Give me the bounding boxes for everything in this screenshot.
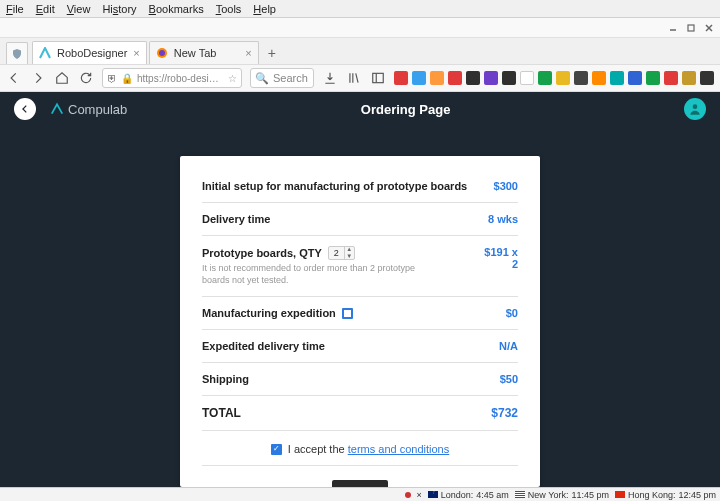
- extension-icon[interactable]: [466, 71, 480, 85]
- extension-icon[interactable]: [430, 71, 444, 85]
- terms-link[interactable]: terms and conditions: [348, 443, 450, 455]
- extension-icon[interactable]: [664, 71, 678, 85]
- extension-icon[interactable]: [412, 71, 426, 85]
- stepper-icon[interactable]: ▲▼: [344, 246, 354, 260]
- app-back-button[interactable]: [14, 98, 36, 120]
- row-total: TOTAL $732: [202, 396, 518, 431]
- tab-title: New Tab: [174, 47, 217, 59]
- shield-icon: ⛨: [107, 73, 117, 84]
- url-bar[interactable]: ⛨ 🔒 https://robo-designer.com/ord ☆: [102, 68, 242, 88]
- row-value: 8 wks: [488, 213, 518, 225]
- terms-text: I accept the terms and conditions: [288, 443, 449, 455]
- arrow-left-icon: [20, 104, 30, 114]
- row-prototype-qty: Prototype boards, QTY 2 ▲▼ It is not rec…: [202, 236, 518, 297]
- window-maximize-icon[interactable]: [684, 21, 698, 35]
- search-icon: 🔍: [255, 72, 269, 85]
- window-minimize-icon[interactable]: [666, 21, 680, 35]
- sidebar-icon[interactable]: [370, 70, 386, 86]
- terms-checkbox[interactable]: [271, 444, 282, 455]
- svg-rect-1: [688, 25, 694, 31]
- search-bar[interactable]: 🔍 Search: [250, 68, 314, 88]
- extension-icon[interactable]: [682, 71, 696, 85]
- extension-icon[interactable]: [592, 71, 606, 85]
- row-delivery: Delivery time 8 wks: [202, 203, 518, 236]
- menu-file[interactable]: File: [6, 3, 24, 15]
- extension-icon[interactable]: [394, 71, 408, 85]
- menu-edit[interactable]: Edit: [36, 3, 55, 15]
- row-label: Shipping: [202, 373, 249, 385]
- firefox-icon: [156, 47, 168, 59]
- nav-reload-icon[interactable]: [78, 70, 94, 86]
- extension-icon[interactable]: [484, 71, 498, 85]
- recording-dot-icon: [405, 492, 411, 498]
- tab-close-icon[interactable]: ×: [245, 47, 251, 59]
- extension-icon[interactable]: [538, 71, 552, 85]
- row-setup: Initial setup for manufacturing of proto…: [202, 170, 518, 203]
- window-titlebar: [0, 18, 720, 38]
- page-title: Ordering Page: [127, 102, 684, 117]
- terms-row: I accept the terms and conditions: [202, 431, 518, 465]
- nav-home-icon[interactable]: [54, 70, 70, 86]
- clock-newyork[interactable]: New York: 11:45 pm: [515, 490, 609, 500]
- row-value: $300: [494, 180, 518, 192]
- row-label: Prototype boards, QTY: [202, 247, 322, 259]
- menu-view[interactable]: View: [67, 3, 91, 15]
- next-button[interactable]: NEXT: [332, 480, 389, 487]
- row-label: Initial setup for manufacturing of proto…: [202, 180, 467, 192]
- extension-icon[interactable]: [700, 71, 714, 85]
- flag-hk-icon: [615, 491, 625, 498]
- library-icon[interactable]: [346, 70, 362, 86]
- row-shipping: Shipping $50: [202, 363, 518, 396]
- clock-hongkong[interactable]: Hong Kong: 12:45 pm: [615, 490, 716, 500]
- url-text: https://robo-designer.com/ord: [137, 73, 224, 84]
- row-value: $191 x 2: [478, 246, 518, 270]
- brand[interactable]: Compulab: [50, 102, 127, 117]
- window-close-icon[interactable]: [702, 21, 716, 35]
- row-expedition: Manufacturing expedition $0: [202, 297, 518, 330]
- app-header: Compulab Ordering Page: [0, 92, 720, 126]
- row-label: TOTAL: [202, 406, 241, 420]
- row-expedited-delivery: Expedited delivery time N/A: [202, 330, 518, 363]
- new-tab-button[interactable]: +: [261, 42, 283, 64]
- user-icon: [688, 102, 702, 116]
- menu-bookmarks[interactable]: Bookmarks: [149, 3, 204, 15]
- search-placeholder: Search: [273, 72, 308, 84]
- extension-icon[interactable]: [520, 71, 534, 85]
- row-label: Expedited delivery time: [202, 340, 325, 352]
- brand-logo-icon: [50, 102, 64, 116]
- tab-title: RoboDesigner: [57, 47, 127, 59]
- extension-icon[interactable]: [574, 71, 588, 85]
- tab-robodesigner[interactable]: RoboDesigner ×: [32, 41, 147, 64]
- extension-icon[interactable]: [628, 71, 642, 85]
- extensions-row: [394, 71, 714, 85]
- row-label: Manufacturing expedition: [202, 307, 336, 319]
- qty-value: 2: [329, 248, 344, 258]
- row-value: $0: [506, 307, 518, 319]
- extension-icon[interactable]: [610, 71, 624, 85]
- svg-line-8: [356, 73, 358, 82]
- menu-help[interactable]: Help: [253, 3, 276, 15]
- extension-icon[interactable]: [646, 71, 660, 85]
- order-card: Initial setup for manufacturing of proto…: [180, 156, 540, 487]
- tab-close-icon[interactable]: ×: [133, 47, 139, 59]
- flag-uk-icon: [428, 491, 438, 498]
- page-viewport: Compulab Ordering Page Initial setup for…: [0, 92, 720, 487]
- nav-back-icon[interactable]: [6, 70, 22, 86]
- star-icon[interactable]: ☆: [228, 73, 237, 84]
- extension-icon[interactable]: [448, 71, 462, 85]
- menu-tools[interactable]: Tools: [216, 3, 242, 15]
- clock-london[interactable]: London: 4:45 am: [428, 490, 509, 500]
- extension-icon[interactable]: [556, 71, 570, 85]
- downloads-icon[interactable]: [322, 70, 338, 86]
- nav-forward-icon[interactable]: [30, 70, 46, 86]
- pinned-tab[interactable]: [6, 42, 28, 64]
- expedition-checkbox[interactable]: [342, 308, 353, 319]
- os-taskbar: × London: 4:45 am New York: 11:45 pm Hon…: [0, 487, 720, 501]
- tab-newtab[interactable]: New Tab ×: [149, 41, 259, 64]
- avatar[interactable]: [684, 98, 706, 120]
- qty-stepper[interactable]: 2 ▲▼: [328, 246, 355, 260]
- extension-icon[interactable]: [502, 71, 516, 85]
- favicon-icon: [39, 47, 51, 59]
- menu-history[interactable]: History: [102, 3, 136, 15]
- row-value: $50: [500, 373, 518, 385]
